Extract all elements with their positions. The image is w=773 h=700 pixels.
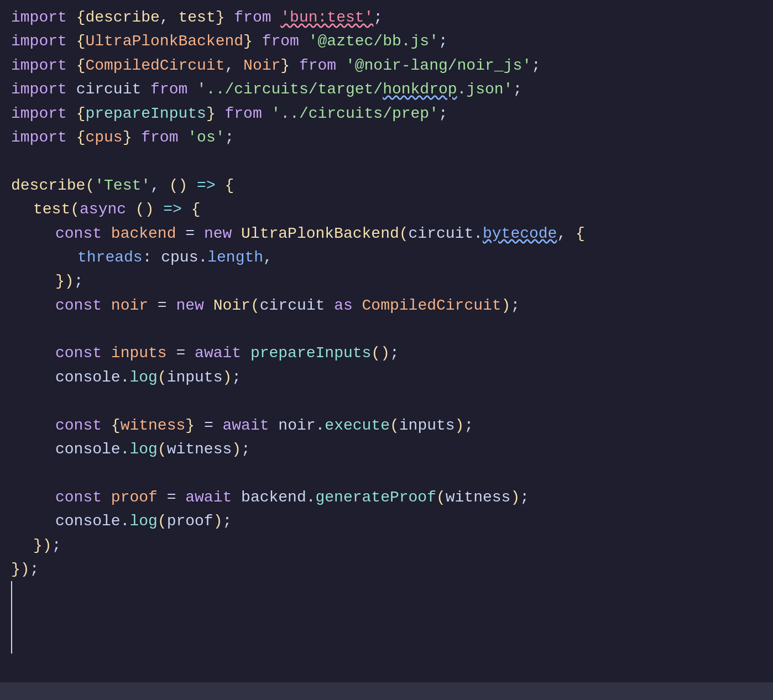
code-line-25 <box>0 581 773 653</box>
code-line-19: console.log(witness); <box>0 437 773 461</box>
code-editor[interactable]: import {describe, test} from 'bun:test';… <box>0 0 773 700</box>
code-line-4: import circuit from '../circuits/target/… <box>0 77 773 101</box>
code-line-7 <box>0 149 773 173</box>
code-line-2: import {UltraPlonkBackend} from '@aztec/… <box>0 29 773 53</box>
code-line-13: const noir = new Noir(circuit as Compile… <box>0 294 773 317</box>
code-line-11: threads: cpus.length, <box>0 245 773 269</box>
code-line-21: const proof = await backend.generateProo… <box>0 485 773 509</box>
code-line-20 <box>0 461 773 485</box>
code-line-23: }); <box>0 534 773 557</box>
code-line-5: import {prepareInputs} from '../circuits… <box>0 102 773 126</box>
code-line-17 <box>0 389 773 413</box>
code-line-15: const inputs = await prepareInputs(); <box>0 341 773 365</box>
code-line-6: import {cpus} from 'os'; <box>0 126 773 149</box>
code-line-16: console.log(inputs); <box>0 365 773 389</box>
code-line-8: describe('Test', () => { <box>0 174 773 197</box>
code-line-12: }); <box>0 269 773 293</box>
code-line-10: const backend = new UltraPlonkBackend(ci… <box>0 222 773 245</box>
status-bar <box>0 682 773 700</box>
code-line-1: import {describe, test} from 'bun:test'; <box>0 6 773 29</box>
code-line-14 <box>0 317 773 341</box>
code-line-22: console.log(proof); <box>0 509 773 533</box>
code-line-18: const {witness} = await noir.execute(inp… <box>0 414 773 437</box>
code-line-9: test(async () => { <box>0 197 773 221</box>
keyword-import: import <box>11 6 76 29</box>
code-line-24: }); <box>0 557 773 581</box>
code-line-3: import {CompiledCircuit, Noir} from '@no… <box>0 54 773 77</box>
